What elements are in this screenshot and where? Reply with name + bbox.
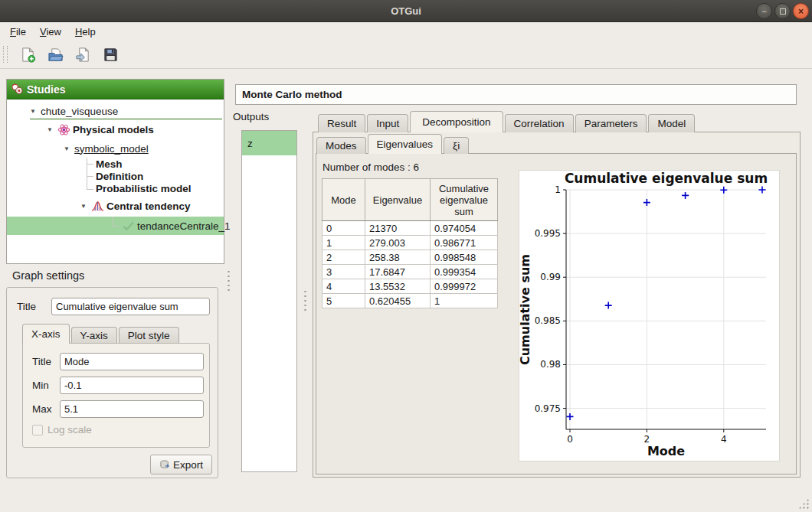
- table-cell[interactable]: 0.620455: [365, 294, 431, 308]
- close-button[interactable]: ×: [793, 3, 809, 19]
- graph-title-input[interactable]: [51, 298, 210, 315]
- splitter-handle[interactable]: [227, 269, 231, 291]
- svg-text:0.985: 0.985: [535, 315, 561, 326]
- titlebar: OTGui − ×: [0, 0, 812, 22]
- svg-text:Cumulative sum: Cumulative sum: [519, 254, 532, 365]
- outputs-list: z: [241, 130, 297, 472]
- tab-correlation[interactable]: Correlation: [505, 114, 574, 132]
- tab-input[interactable]: Input: [367, 114, 408, 132]
- tree-item-label: chute_visqueuse: [41, 106, 118, 117]
- export-button[interactable]: Export: [150, 455, 212, 474]
- studies-tree: ▼chute_visqueuse▼Physical models▼symboli…: [7, 99, 224, 235]
- expander-arrow-icon[interactable]: ▼: [80, 203, 91, 210]
- tree-branch-line: [80, 170, 96, 182]
- table-cell[interactable]: 13.5532: [365, 279, 431, 294]
- table-cell[interactable]: 258.38: [365, 250, 431, 265]
- table-cell[interactable]: 3: [323, 265, 365, 279]
- output-item-z[interactable]: z: [242, 131, 296, 155]
- number-of-modes-text: Number of modes : 6: [323, 161, 419, 173]
- svg-text:0.98: 0.98: [540, 359, 561, 370]
- open-study-button[interactable]: [44, 44, 66, 65]
- expander-arrow-icon[interactable]: ▼: [64, 145, 74, 152]
- tree-item-central-tendency[interactable]: ▼Central tendency: [7, 195, 224, 217]
- svg-text:1: 1: [555, 184, 561, 195]
- tab-plot-style[interactable]: Plot style: [119, 327, 179, 344]
- field-label-min: Min: [32, 380, 60, 391]
- table-header-mode: Mode: [323, 179, 365, 221]
- window-title: OTGui: [0, 0, 812, 22]
- menu-view[interactable]: View: [33, 24, 68, 40]
- tab-decomposition[interactable]: Decomposition: [410, 111, 503, 132]
- table-row: 413.55320.999972: [323, 279, 498, 294]
- export-button-label: Export: [173, 459, 203, 471]
- menu-file[interactable]: File: [3, 24, 33, 40]
- tab-x-axis[interactable]: X-axis: [22, 324, 70, 344]
- splitter-handle[interactable]: [303, 289, 307, 311]
- table-header-row: ModeEigenvalueCumulative eigenvalue sum: [323, 179, 498, 221]
- table-row: 50.6204551: [323, 294, 498, 308]
- graph-settings-label: Graph settings: [12, 269, 84, 282]
- menu-help[interactable]: Help: [68, 24, 103, 40]
- toolbar-handle[interactable]: [3, 46, 8, 63]
- menubar: FileViewHelp: [0, 22, 812, 41]
- outputs-label: Outputs: [233, 111, 269, 122]
- import-script-button[interactable]: [72, 44, 93, 65]
- field-row-max: Max: [32, 400, 204, 418]
- tree-branch-line: [106, 217, 122, 235]
- table-cell[interactable]: 4: [323, 279, 365, 294]
- tab-parameters[interactable]: Parameters: [575, 114, 647, 132]
- axis-tabs: X-axisY-axisPlot style: [22, 324, 181, 344]
- tree-item-definition[interactable]: Definition: [7, 170, 224, 182]
- subtab-i[interactable]: ξi: [444, 137, 469, 154]
- table-header-eigenvalue: Eigenvalue: [365, 179, 431, 221]
- new-study-button[interactable]: [17, 44, 38, 65]
- field-row-min: Min: [32, 377, 204, 394]
- tab-model[interactable]: Model: [648, 114, 695, 132]
- table-cell[interactable]: 0.998548: [431, 250, 498, 265]
- table-cell[interactable]: 21370: [365, 221, 431, 236]
- expander-arrow-icon[interactable]: ▼: [30, 108, 41, 115]
- table-cell[interactable]: 0: [323, 221, 365, 236]
- log-scale-checkbox[interactable]: [32, 425, 43, 435]
- expander-arrow-icon[interactable]: ▼: [47, 126, 57, 133]
- field-label-title: Title: [32, 356, 60, 367]
- field-input-max[interactable]: [60, 400, 204, 418]
- table-cell[interactable]: 2: [323, 250, 365, 265]
- studies-header-label: Studies: [27, 83, 66, 96]
- table-cell[interactable]: 0.986771: [431, 236, 498, 250]
- tree-item-tendancecentrale-1[interactable]: tendanceCentrale_1: [7, 217, 224, 235]
- tree-item-label: Physical models: [73, 124, 154, 135]
- window-resize-grip[interactable]: [798, 498, 809, 509]
- subtab-eigenvalues[interactable]: Eigenvalues: [368, 134, 443, 154]
- table-row: 2258.380.998548: [323, 250, 498, 265]
- tree-item-physical-models[interactable]: ▼Physical models: [7, 119, 224, 139]
- scatter-plot: 0.9750.980.9850.990.9951024Cumulative ei…: [519, 171, 779, 461]
- table-cell[interactable]: 0.999972: [431, 279, 498, 294]
- maximize-icon: [780, 8, 786, 15]
- field-input-title[interactable]: [60, 353, 204, 370]
- table-cell[interactable]: 279.003: [365, 236, 431, 250]
- tree-item-symbolic-model[interactable]: ▼symbolic_model: [7, 139, 224, 158]
- tree-item-mesh[interactable]: Mesh: [7, 158, 224, 170]
- import-script-icon: [75, 47, 91, 63]
- tab-result[interactable]: Result: [318, 114, 365, 132]
- table-cell[interactable]: 1: [323, 236, 365, 250]
- field-label-max: Max: [32, 403, 60, 415]
- minimize-button[interactable]: −: [756, 3, 772, 19]
- table-cell[interactable]: 1: [431, 294, 498, 308]
- maximize-button[interactable]: [774, 3, 791, 19]
- field-input-min[interactable]: [60, 377, 204, 394]
- tab-y-axis[interactable]: Y-axis: [71, 327, 117, 344]
- table-row: 317.68470.999354: [323, 265, 498, 279]
- tree-item-probabilistic-model[interactable]: Probabilistic model: [7, 182, 224, 195]
- table-cell[interactable]: 17.6847: [365, 265, 431, 279]
- tree-branch-line: [80, 182, 96, 195]
- subtab-modes[interactable]: Modes: [316, 137, 366, 154]
- save-study-button[interactable]: [100, 44, 121, 65]
- table-cell[interactable]: 5: [323, 294, 365, 308]
- svg-text:0: 0: [567, 434, 573, 445]
- table-cell[interactable]: 0.999354: [431, 265, 498, 279]
- tree-item-chute-visqueuse[interactable]: ▼chute_visqueuse: [7, 103, 224, 119]
- tree-item-label: Mesh: [96, 158, 123, 170]
- table-cell[interactable]: 0.974054: [431, 221, 498, 236]
